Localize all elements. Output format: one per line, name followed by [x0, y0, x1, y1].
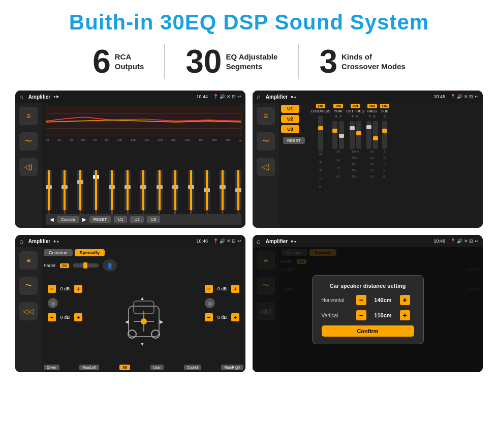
on-badge[interactable]: ON: [351, 104, 360, 108]
stat-eq-label: EQ AdjustableSegments: [226, 52, 277, 72]
vertical-minus[interactable]: −: [356, 310, 366, 320]
vert-slider[interactable]: [356, 121, 361, 149]
status-icons-2: 📍 🔊 ✕ ⊟ ↩: [450, 94, 479, 99]
tab-common-3[interactable]: Common: [44, 249, 73, 256]
vert-slider[interactable]: [350, 121, 355, 149]
eq-icon-btn-3[interactable]: ≡: [19, 251, 38, 270]
slider-track[interactable]: [172, 170, 178, 211]
wave-icon-btn[interactable]: 〜: [19, 132, 38, 151]
left-panel-2: ≡ 〜 ◁): [253, 103, 279, 228]
slider-track[interactable]: [140, 170, 146, 211]
all-btn[interactable]: All: [119, 365, 130, 370]
home-icon-1[interactable]: ⌂: [19, 93, 23, 101]
slider-track[interactable]: [204, 170, 210, 211]
on-badge[interactable]: ON: [380, 104, 390, 108]
driver-btn[interactable]: Driver: [44, 365, 59, 370]
slider-track[interactable]: [124, 170, 131, 211]
vert-slider[interactable]: [332, 121, 337, 149]
stat-eq-number: 30: [185, 45, 222, 78]
status-bar-3: ⌂ Amplifier ■ ● 10:46 📍 🔊 ✕ ⊟ ↩: [15, 235, 245, 247]
db-minus-rr[interactable]: −: [205, 313, 213, 321]
speaker-icon-btn-2[interactable]: ◁): [257, 158, 275, 176]
crossover-col-phat: ON PHAT G F 3.02.11.30.5: [332, 104, 344, 227]
prev-arrow[interactable]: ◀: [50, 217, 54, 222]
wave-icon-btn-2[interactable]: 〜: [257, 132, 275, 151]
vert-slider[interactable]: [318, 116, 323, 152]
u2-preset[interactable]: U2: [281, 115, 299, 123]
person-icon: 👤: [103, 259, 117, 272]
home-icon-2[interactable]: ⌂: [257, 93, 261, 101]
slider-track[interactable]: [109, 170, 115, 211]
vert-slider[interactable]: [382, 121, 387, 149]
slider-track[interactable]: [188, 170, 194, 211]
on-badge[interactable]: ON: [333, 104, 343, 108]
horizontal-plus[interactable]: +: [400, 295, 410, 305]
db-plus-rl[interactable]: +: [74, 313, 82, 321]
app-name-2: Amplifier: [266, 94, 288, 100]
vert-slider[interactable]: [339, 121, 344, 149]
eq-main: 2532405063 80100125160200 25032040050063…: [42, 103, 245, 228]
slider-track[interactable]: [46, 170, 52, 211]
tab-specialty-3[interactable]: Specialty: [75, 249, 105, 256]
db-minus-rl[interactable]: −: [48, 313, 56, 321]
slider-track[interactable]: [235, 170, 241, 211]
col-label: CUT FREQ: [346, 109, 364, 113]
slider-col: -1: [204, 170, 210, 214]
time-2: 10:45: [433, 94, 445, 99]
slider-track[interactable]: [61, 170, 68, 211]
slider-col: 0: [124, 170, 131, 214]
user-btn[interactable]: User: [150, 365, 164, 370]
next-arrow[interactable]: ▶: [82, 217, 86, 222]
horizontal-minus[interactable]: −: [356, 295, 366, 305]
slider-track[interactable]: [157, 170, 163, 211]
home-icon-3[interactable]: ⌂: [19, 237, 23, 245]
u3-preset[interactable]: U3: [281, 125, 299, 133]
db-plus-rr[interactable]: +: [231, 313, 239, 321]
u1-preset[interactable]: U1: [281, 105, 299, 113]
u2-btn[interactable]: U2: [130, 216, 143, 223]
db-minus-fl[interactable]: −: [48, 285, 56, 293]
status-bar-4: ⌂ Amplifier ■ ● 10:46 📍 🔊 ✕ ⊟ ↩: [253, 235, 483, 247]
slider-col: 0: [220, 170, 226, 214]
svg-text:▶: ▶: [160, 319, 164, 324]
copilot-btn[interactable]: Copilot: [184, 365, 201, 370]
confirm-button[interactable]: Confirm: [322, 325, 414, 337]
slider-col: 0: [188, 170, 194, 214]
wave-icon-btn-3[interactable]: 〜: [19, 277, 38, 295]
dialog-overlay: Car speaker distance setting Horizontal …: [253, 247, 483, 372]
fader-on[interactable]: ON: [60, 263, 70, 268]
on-badge[interactable]: ON: [367, 104, 377, 108]
vert-slider[interactable]: [373, 121, 378, 149]
u3-btn[interactable]: U3: [147, 216, 160, 223]
eq-icon-btn[interactable]: ≡: [19, 107, 38, 125]
col-scale: 3.02.11.30.5: [336, 150, 340, 178]
slider-track[interactable]: [220, 170, 226, 211]
rearleft-btn[interactable]: RearLeft: [79, 365, 99, 370]
vert-slider[interactable]: [366, 121, 371, 149]
vertical-plus[interactable]: +: [400, 310, 410, 320]
stat-crossover-number: 3: [319, 45, 337, 78]
home-icon-4[interactable]: ⌂: [257, 237, 261, 245]
reset-btn-2[interactable]: RESET: [283, 137, 305, 144]
db-row-fl: − 0 dB +: [48, 285, 82, 293]
db-plus-fr[interactable]: +: [231, 285, 239, 293]
db-plus-fl[interactable]: +: [74, 285, 82, 293]
db-minus-fr[interactable]: −: [205, 285, 213, 293]
status-bar-2: ⌂ Amplifier ■ ● 10:45 📍 🔊 ✕ ⊟ ↩: [253, 91, 483, 103]
u1-btn[interactable]: U1: [114, 216, 127, 223]
fader-slider[interactable]: [73, 263, 99, 267]
slider-col: 0: [46, 170, 52, 214]
eq-icon-btn-2[interactable]: ≡: [257, 107, 275, 125]
speaker-icon-btn[interactable]: ◁): [19, 158, 38, 176]
speaker-icon-btn-3[interactable]: ◁◁: [19, 302, 38, 320]
app-name-4: Amplifier: [266, 238, 288, 244]
left-panel-3: ≡ 〜 ◁◁: [15, 247, 42, 372]
time-4: 10:46: [433, 238, 445, 244]
on-badge[interactable]: ON: [316, 104, 326, 108]
rearright-btn[interactable]: RearRight: [221, 365, 243, 370]
custom-btn[interactable]: Custom: [57, 216, 79, 223]
reset-btn-1[interactable]: RESET: [89, 216, 111, 223]
slider-track[interactable]: [77, 170, 83, 211]
stat-eq: 30 EQ AdjustableSegments: [165, 45, 298, 78]
slider-track[interactable]: [93, 170, 99, 211]
